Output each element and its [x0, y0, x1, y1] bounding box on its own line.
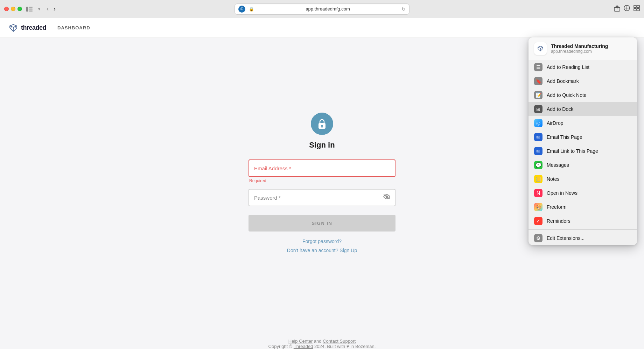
share-menu-list: ☰Add to Reading List🔖Add Bookmark📝Add to… [528, 60, 637, 245]
svg-rect-3 [29, 10, 33, 12]
traffic-lights [4, 7, 22, 11]
notes-label: Notes [547, 176, 560, 182]
url-display[interactable]: app.threadedmfg.com [256, 6, 399, 12]
share-menu-item-reading-list[interactable]: ☰Add to Reading List [528, 60, 637, 74]
nav-dashboard[interactable]: DASHBOARD [57, 25, 90, 30]
contact-support-link[interactable]: Contact Support [323, 339, 356, 344]
sign-in-button[interactable]: SIGN IN [248, 215, 396, 232]
share-menu-item-dock[interactable]: ⊞Add to Dock [528, 102, 637, 116]
password-form-group [248, 189, 396, 206]
minimize-button[interactable] [11, 7, 15, 11]
forward-button[interactable]: › [51, 5, 58, 13]
signup-link[interactable]: Don't have an account? Sign Up [287, 248, 357, 253]
sidebar-toggle-button[interactable] [25, 5, 34, 13]
maximize-button[interactable] [18, 7, 22, 11]
share-menu-item-messages[interactable]: 💬Messages [528, 158, 637, 172]
footer-copyright: Copyright © Threaded 2024. Built with ♥ … [10, 344, 634, 349]
close-button[interactable] [4, 7, 9, 11]
password-manager-icon: ① [238, 6, 245, 13]
share-menu-item-notes[interactable]: 📒Notes [528, 172, 637, 186]
messages-icon: 💬 [534, 161, 542, 169]
news-label: Open in News [547, 190, 578, 196]
address-bar[interactable]: ① 🔒 app.threadedmfg.com ↻ [234, 3, 410, 15]
svg-rect-11 [637, 8, 639, 11]
share-menu-item-extensions[interactable]: ⚙Edit Extensions... [528, 231, 637, 245]
site-logo: threaded [8, 23, 46, 33]
footer-and-text: and [314, 339, 323, 344]
share-menu-item-quick-note[interactable]: 📝Add to Quick Note [528, 88, 637, 102]
site-nav: threaded DASHBOARD [0, 18, 644, 38]
lock-icon [317, 118, 327, 129]
svg-rect-1 [29, 7, 33, 8]
share-menu-item-news[interactable]: NOpen in News [528, 186, 637, 200]
share-menu-item-freeform[interactable]: 🎨Freeform [528, 200, 637, 214]
footer-year: 2024. Built with ♥ in Bozeman. [314, 344, 376, 349]
share-panel: Threaded Manufacturing app.threadedmfg.c… [528, 37, 637, 245]
copyright-text: Copyright © [268, 344, 294, 349]
lock-icon-wrapper [311, 113, 333, 135]
share-menu-item-email-link[interactable]: ✉Email Link to This Page [528, 144, 637, 158]
svg-rect-2 [29, 8, 33, 9]
freeform-label: Freeform [547, 204, 567, 210]
airdrop-icon: ◎ [534, 119, 542, 127]
reminders-label: Reminders [547, 218, 570, 224]
dock-label: Add to Dock [547, 106, 573, 112]
freeform-icon: 🎨 [534, 203, 542, 211]
tabs-overview-button[interactable] [634, 5, 640, 13]
forgot-password-link[interactable]: Forgot password? [302, 238, 342, 244]
email-required-text: Required [248, 178, 396, 183]
brand-link[interactable]: Threaded [294, 344, 313, 349]
password-wrapper [248, 189, 396, 206]
share-site-name: Threaded Manufacturing [551, 43, 631, 49]
sign-in-container: Sign in Required [248, 113, 396, 253]
browser-chrome: ▾ ‹ › ① 🔒 app.threadedmfg.com ↻ [0, 0, 644, 18]
airdrop-label: AirDrop [547, 120, 563, 126]
password-toggle-button[interactable] [383, 194, 391, 201]
refresh-button[interactable]: ↻ [401, 6, 406, 12]
extensions-icon: ⚙ [534, 234, 542, 242]
help-center-link[interactable]: Help Center [288, 339, 313, 344]
svg-rect-8 [634, 5, 636, 8]
email-input[interactable] [248, 159, 396, 177]
share-panel-header: Threaded Manufacturing app.threadedmfg.c… [528, 37, 637, 60]
quick-note-icon: 📝 [534, 91, 542, 99]
share-menu-item-airdrop[interactable]: ◎AirDrop [528, 116, 637, 130]
svg-rect-10 [634, 8, 636, 11]
share-site-url: app.threadedmfg.com [551, 49, 631, 54]
email-page-icon: ✉ [534, 133, 542, 141]
page-content: threaded DASHBOARD Sign in Required [0, 18, 644, 349]
dock-icon: ⊞ [534, 105, 542, 113]
logo-icon [8, 23, 18, 33]
quick-note-label: Add to Quick Note [547, 92, 587, 98]
new-tab-button[interactable] [624, 5, 630, 13]
share-menu-item-reminders[interactable]: ✓Reminders [528, 214, 637, 228]
reading-list-label: Add to Reading List [547, 64, 589, 70]
reading-list-icon: ☰ [534, 63, 542, 71]
extensions-label: Edit Extensions... [547, 235, 584, 241]
back-button[interactable]: ‹ [44, 5, 51, 13]
logo-text: threaded [21, 24, 46, 31]
email-link-icon: ✉ [534, 147, 542, 155]
sign-in-title: Sign in [309, 141, 335, 150]
password-input[interactable] [248, 189, 396, 206]
sidebar-dropdown-button[interactable]: ▾ [37, 5, 42, 13]
lock-icon: 🔒 [249, 7, 254, 12]
browser-actions [614, 5, 640, 13]
messages-label: Messages [547, 162, 569, 168]
share-menu-item-bookmark[interactable]: 🔖Add Bookmark [528, 74, 637, 88]
share-site-icon [534, 42, 547, 55]
share-site-info: Threaded Manufacturing app.threadedmfg.c… [551, 43, 631, 54]
share-menu-item-email-page[interactable]: ✉Email This Page [528, 130, 637, 144]
nav-buttons: ‹ › [44, 5, 58, 13]
email-link-label: Email Link to This Page [547, 148, 598, 154]
reminders-icon: ✓ [534, 217, 542, 225]
page-footer: Help Center and Contact Support Copyrigh… [0, 328, 644, 349]
svg-rect-9 [637, 5, 639, 8]
email-page-label: Email This Page [547, 134, 582, 140]
notes-icon: 📒 [534, 175, 542, 183]
bookmark-label: Add Bookmark [547, 78, 579, 84]
email-form-group: Required [248, 159, 396, 183]
footer-links: Help Center and Contact Support [10, 339, 634, 344]
bookmark-icon: 🔖 [534, 77, 542, 85]
share-button[interactable] [614, 5, 620, 13]
